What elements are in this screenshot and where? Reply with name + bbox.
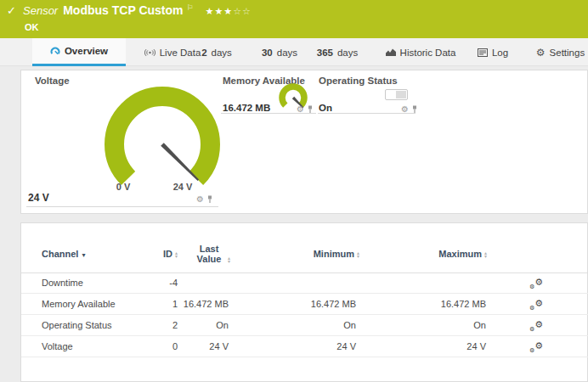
- sort-icon[interactable]: ▴▾: [357, 251, 359, 258]
- object-kind-label: Sensor: [23, 4, 58, 17]
- operating-widget-title: Operating Status: [319, 76, 398, 86]
- historic-data-icon: [386, 48, 396, 56]
- sort-icon[interactable]: ▴▾: [175, 251, 178, 258]
- tab-historic-data-label: Historic Data: [400, 48, 456, 58]
- page-title: Modbus TCP Custom: [63, 3, 183, 17]
- channel-settings-icon[interactable]: ⚙⚙: [529, 298, 543, 312]
- minimum-header-label[interactable]: Minimum: [314, 249, 354, 259]
- cell-min: On: [268, 315, 356, 336]
- tab-365-days-label: days: [337, 48, 358, 58]
- channel-sort-dropdown-icon[interactable]: ▾: [82, 251, 85, 259]
- cell-max: 16.472 MB: [395, 294, 486, 315]
- column-header-last-value: Last Value▴▾: [179, 244, 230, 264]
- channel-settings-icon[interactable]: ⚙⚙: [529, 340, 543, 354]
- tab-30-days[interactable]: 30 days: [253, 38, 306, 66]
- table-row-operating-status[interactable]: Operating Status 2 On On On ⚙⚙: [21, 315, 588, 336]
- memory-value: 16.472 MB: [223, 103, 270, 113]
- last-value-header-label[interactable]: Last Value: [193, 244, 225, 264]
- table-row-voltage[interactable]: Voltage 0 24 V 24 V 24 V ⚙⚙: [21, 336, 588, 357]
- cell-channel: Voltage: [42, 336, 73, 357]
- column-header-minimum: Minimum▴▾: [276, 249, 359, 259]
- voltage-gear-icon[interactable]: ⚙: [196, 195, 204, 204]
- channel-settings-icon[interactable]: ⚙⚙: [529, 277, 543, 290]
- stars-empty[interactable]: ☆☆: [233, 6, 252, 17]
- status-check-icon: ✓: [7, 4, 16, 17]
- stars-filled[interactable]: ★★★: [206, 6, 234, 17]
- tab-overview-label: Overview: [65, 46, 108, 56]
- flag-icon: ⚐: [187, 3, 194, 12]
- cell-min: 16.472 MB: [268, 294, 356, 315]
- tab-log-label: Log: [492, 48, 508, 58]
- column-header-maximum: Maximum▴▾: [407, 249, 487, 259]
- tab-settings-label: Settings: [550, 48, 585, 58]
- tab-30-days-number: 30: [262, 48, 273, 58]
- tab-30-days-label: days: [277, 48, 297, 58]
- status-badge: OK: [25, 22, 39, 32]
- channel-header-label[interactable]: Channel: [42, 249, 78, 259]
- tab-overview[interactable]: Overview: [32, 38, 126, 66]
- column-header-id: ID▴▾: [123, 249, 178, 259]
- cell-max: 24 V: [395, 336, 486, 357]
- switch-knob: [396, 91, 406, 98]
- tab-bar: Overview Live Data 2 days 30 days 365 da…: [0, 38, 588, 66]
- table-row-downtime[interactable]: Downtime -4 ⚙⚙: [21, 272, 588, 294]
- sensor-header: ✓ SensorModbus TCP Custom⚐★★★☆☆ OK: [0, 0, 588, 38]
- cell-last: On: [157, 315, 229, 336]
- tab-settings[interactable]: ⚙ Settings: [533, 38, 588, 66]
- voltage-scale-max: 24 V: [164, 182, 201, 192]
- voltage-widget-title: Voltage: [35, 76, 70, 86]
- id-header-label[interactable]: ID: [163, 249, 172, 259]
- cell-max: On: [395, 315, 486, 336]
- operating-value: On: [319, 103, 332, 113]
- tab-2-days[interactable]: 2 days: [192, 38, 241, 66]
- memory-divider: [221, 113, 316, 114]
- channel-table-panel: Channel▾ ID▴▾ Last Value▴▾ Minimum▴▾ Max…: [20, 222, 588, 382]
- cell-channel: Operating Status: [42, 315, 112, 336]
- cell-last: 16.472 MB: [157, 294, 229, 315]
- gear-icon: ⚙: [536, 47, 546, 59]
- voltage-divider: [26, 206, 218, 207]
- cell-channel: Memory Available: [42, 294, 116, 315]
- table-row-memory-available[interactable]: Memory Available 1 16.472 MB 16.472 MB 1…: [21, 294, 588, 315]
- voltage-value: 24 V: [28, 192, 49, 204]
- voltage-pin-icon[interactable]: [206, 195, 213, 204]
- cell-channel: Downtime: [42, 272, 83, 294]
- live-data-icon: [144, 48, 155, 57]
- tab-2-days-number: 2: [201, 48, 206, 58]
- sort-icon[interactable]: ▴▾: [484, 251, 487, 258]
- operating-divider: [318, 113, 416, 114]
- voltage-scale-min: 0 V: [106, 182, 140, 192]
- tab-log[interactable]: Log: [470, 38, 516, 66]
- sort-icon[interactable]: ▴▾: [228, 256, 230, 263]
- cell-min: 24 V: [268, 336, 356, 357]
- tab-365-days-number: 365: [317, 48, 333, 58]
- gauge-icon: [50, 46, 60, 56]
- operating-status-switch: [385, 89, 408, 100]
- priority-stars[interactable]: ★★★☆☆: [206, 6, 252, 17]
- maximum-header-label[interactable]: Maximum: [438, 249, 482, 259]
- tab-365-days[interactable]: 365 days: [309, 38, 365, 66]
- channel-settings-icon[interactable]: ⚙⚙: [529, 319, 543, 333]
- log-icon: [478, 48, 488, 57]
- tab-historic-data[interactable]: Historic Data: [376, 38, 465, 66]
- cell-id: -4: [132, 272, 178, 294]
- tab-2-days-label: days: [212, 48, 232, 58]
- column-header-channel: Channel▾: [42, 249, 85, 259]
- gauge-needle: [161, 143, 199, 181]
- cell-last: 24 V: [157, 336, 229, 357]
- overview-gauges-panel: Voltage 0 V 24 V 24 V ⚙ Memory Available…: [20, 70, 588, 214]
